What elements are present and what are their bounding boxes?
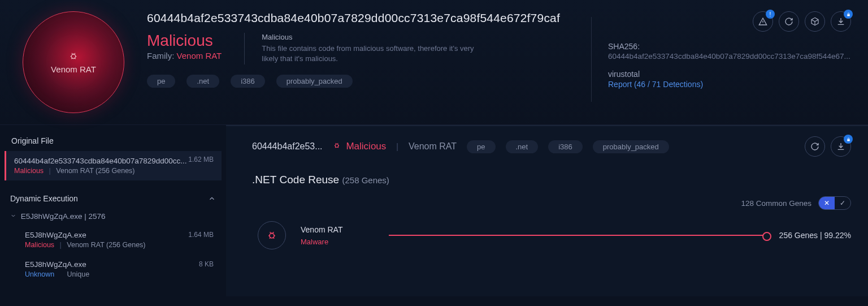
chevron-up-icon: [208, 195, 216, 202]
file-verdict: Malicious: [25, 241, 54, 249]
family-line: Family: Venom RAT: [147, 51, 222, 61]
tag-row: pe .net i386 probably_packed: [147, 75, 591, 88]
file-family: Venom RAT (256 Genes): [56, 167, 134, 175]
file-family: Unique: [67, 270, 90, 278]
toggle-on[interactable]: ✓: [835, 197, 850, 209]
alert-badge-icon: !: [766, 10, 775, 19]
tag-net[interactable]: .net: [506, 140, 539, 153]
lock-badge-icon: [844, 135, 853, 144]
gene-name: Venom RAT: [301, 225, 374, 234]
file-verdict: Unknown: [25, 270, 54, 278]
sha256-value: 60444b4af2e533743cdba84e40b07a7829dd00cc…: [608, 52, 851, 61]
section-prefix: .NET: [252, 174, 276, 186]
original-file-heading: Original File: [0, 131, 226, 151]
separator: [60, 270, 62, 278]
tag-pe[interactable]: pe: [467, 140, 495, 153]
tag-pe[interactable]: pe: [147, 75, 175, 88]
verdict-label: Malicious: [147, 33, 222, 49]
crumb-verdict: Malicious: [346, 141, 386, 152]
separator: |: [49, 167, 51, 175]
separator: |: [396, 142, 398, 151]
download-button[interactable]: [831, 11, 851, 32]
file-size: 1.64 MB: [188, 231, 214, 239]
bug-icon: [68, 51, 79, 61]
cube-button[interactable]: [805, 11, 825, 32]
file-name: 60444b4af2e533743cdba84e40b07a7829dd00cc…: [14, 157, 212, 165]
sha256-label: SHA256:: [608, 42, 851, 51]
header-main: 60444b4af2e533743cdba84e40b07a7829dd00cc…: [147, 11, 591, 113]
alert-button[interactable]: !: [753, 11, 773, 32]
file-size: 1.62 MB: [188, 156, 214, 163]
tag-i386[interactable]: i386: [548, 140, 583, 153]
dynamic-execution-header[interactable]: Dynamic Execution: [0, 188, 226, 209]
tag-probably-packed[interactable]: probably_packed: [276, 75, 353, 88]
file-hash-title: 60444b4af2e533743cdba84e40b07a7829dd00cc…: [147, 11, 591, 25]
section-subtitle: (258 Genes): [342, 175, 389, 185]
tag-net[interactable]: .net: [186, 75, 219, 88]
toggle-off[interactable]: ✕: [819, 197, 835, 209]
refresh-button[interactable]: [779, 11, 799, 32]
common-genes-label: 128 Common Genes: [741, 199, 811, 208]
dynamic-execution-label: Dynamic Execution: [10, 194, 78, 203]
gene-row[interactable]: Venom RAT Malware 256 Genes | 99.22%: [226, 212, 868, 255]
child-file-card[interactable]: 8 KB E5J8hWgZqA.exe Unknown Unique: [5, 256, 222, 283]
virustotal-link[interactable]: Report (46 / 71 Detections): [608, 80, 851, 89]
header-panel: Venom RAT 60444b4af2e533743cdba84e40b07a…: [0, 0, 868, 125]
svg-rect-3: [847, 139, 850, 141]
bug-icon: [258, 221, 286, 249]
download-button[interactable]: [831, 136, 851, 157]
family-label: Family:: [147, 51, 174, 61]
crumb-family: Venom RAT: [409, 141, 457, 152]
content-panel: 60444b4af2e53... Malicious | Venom RAT p…: [226, 125, 868, 296]
virustotal-label: virustotal: [608, 70, 851, 79]
explanation-title: Malicious: [262, 33, 488, 41]
file-name: E5J8hWgZqA.exe: [25, 260, 212, 269]
threat-circle: Venom RAT: [23, 11, 124, 113]
family-value: Venom RAT: [177, 51, 222, 61]
gene-type: Malware: [301, 238, 374, 246]
file-verdict: Malicious: [14, 167, 44, 175]
crumb-hash: 60444b4af2e53...: [252, 141, 323, 152]
header-right: ! SHA256: 60444b4af2e533743cdba84e40b07a…: [591, 11, 851, 113]
original-file-card[interactable]: 1.62 MB 60444b4af2e533743cdba84e40b07a78…: [5, 151, 222, 180]
gene-count: 256 Genes | 99.22%: [779, 231, 851, 240]
lock-badge-icon: [844, 10, 853, 19]
refresh-button[interactable]: [805, 136, 825, 157]
file-size: 8 KB: [199, 260, 214, 268]
separator: |: [60, 241, 62, 249]
svg-rect-1: [847, 14, 850, 16]
gene-bar: [389, 235, 768, 236]
vertical-divider: [244, 33, 245, 64]
tag-i386[interactable]: i386: [231, 75, 265, 88]
genes-filter-toggle[interactable]: ✕ ✓: [818, 196, 851, 210]
file-family: Venom RAT (256 Genes): [67, 241, 145, 249]
chevron-down-icon: [10, 212, 19, 221]
code-reuse-title: .NET Code Reuse (258 Genes): [226, 165, 868, 192]
child-file-card[interactable]: 1.64 MB E5J8hWgZqA.exe Malicious | Venom…: [5, 226, 222, 253]
threat-name: Venom RAT: [51, 64, 96, 74]
process-tree-root[interactable]: E5J8hWgZqA.exe | 2576: [0, 209, 226, 224]
tag-probably-packed[interactable]: probably_packed: [593, 140, 669, 153]
explanation-text: This file contains code from malicious s…: [262, 44, 488, 63]
process-root-label: E5J8hWgZqA.exe | 2576: [21, 212, 106, 221]
file-name: E5J8hWgZqA.exe: [25, 231, 212, 239]
section-title-text: Code Reuse: [280, 174, 340, 186]
bug-icon: [333, 142, 343, 151]
sidebar: Original File 1.62 MB 60444b4af2e533743c…: [0, 125, 226, 296]
